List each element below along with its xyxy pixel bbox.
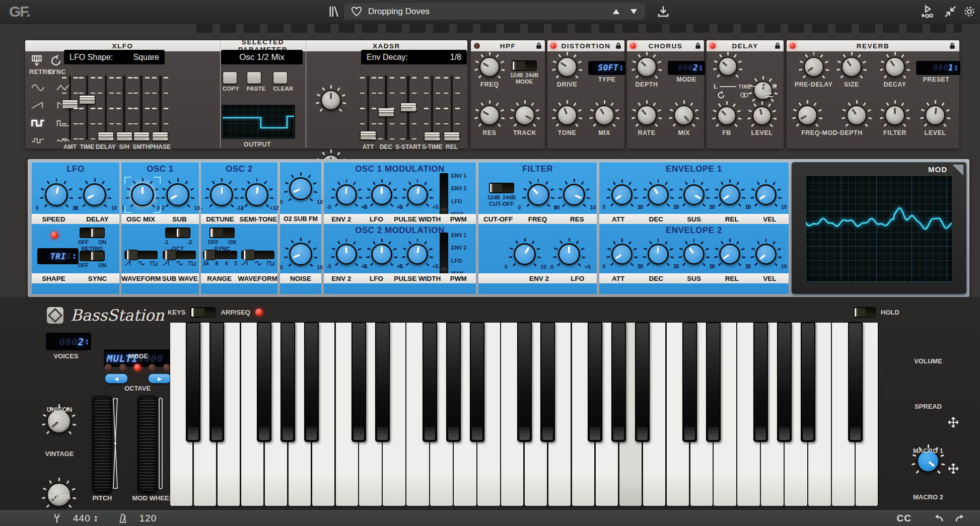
black-key-after-white-11[interactable]: [446, 322, 461, 442]
black-key-after-white-14[interactable]: [517, 322, 532, 442]
black-key-after-white-22[interactable]: [706, 322, 721, 442]
noise-knob[interactable]: 010: [287, 240, 315, 268]
resize-collapse-icon[interactable]: [944, 5, 957, 19]
reverb-lock-icon[interactable]: [949, 42, 955, 49]
filter-freq-knob[interactable]: 010: [525, 181, 552, 208]
black-key-after-white-10[interactable]: [423, 322, 437, 442]
dec-env-knob[interactable]: 010: [645, 182, 671, 208]
pulse-width-mod-knob[interactable]: -5+5: [404, 182, 431, 208]
rel-env-knob[interactable]: 010: [717, 182, 743, 208]
depth-knob[interactable]: [634, 54, 659, 80]
s/h-slider[interactable]: S/H: [116, 76, 133, 151]
rel-env-knob[interactable]: 010: [717, 241, 743, 267]
hold-switch[interactable]: [854, 307, 876, 318]
black-key-after-white-25[interactable]: [777, 322, 792, 442]
tone-knob[interactable]: [554, 103, 580, 128]
pulse-width-mod-knob[interactable]: -5+5: [404, 241, 431, 267]
lfo-mod-knob[interactable]: -5+5: [369, 241, 395, 267]
reverb-preset-lcd[interactable]: 0001▲▼: [917, 61, 960, 74]
black-key-after-white-15[interactable]: [540, 322, 555, 442]
black-key-after-white-21[interactable]: [682, 322, 697, 442]
delay-time-l-knob[interactable]: [716, 54, 740, 79]
sus-env-knob[interactable]: 010: [681, 182, 707, 208]
chorus-mode-lcd[interactable]: 0002▲▼: [668, 61, 705, 74]
chorus-lock-icon[interactable]: [695, 42, 701, 49]
predelay-knob[interactable]: [801, 54, 826, 80]
tempo-value[interactable]: 120: [139, 513, 157, 524]
s-time-slider[interactable]: S-TIME: [422, 76, 443, 151]
octave-up-button[interactable]: ▶: [148, 373, 171, 384]
dec-slider[interactable]: DEC: [378, 76, 395, 151]
delay-link-icon[interactable]: [739, 92, 749, 99]
rate-knob[interactable]: [634, 103, 659, 128]
dec-env-knob[interactable]: 010: [645, 241, 671, 267]
lfo-shape-saw-up-icon[interactable]: [27, 98, 48, 112]
pitch-wheel[interactable]: [92, 396, 112, 493]
black-key-after-white-24[interactable]: [753, 322, 768, 442]
delay-sync-icon[interactable]: [717, 91, 726, 100]
amt-slider[interactable]: AMT: [61, 76, 79, 151]
decay-knob[interactable]: [882, 54, 907, 80]
lfo-sync-button[interactable]: SYNC: [47, 54, 64, 76]
cc-mode-button[interactable]: CC: [897, 513, 912, 524]
tuning-stepper[interactable]: ▲▼: [94, 514, 98, 522]
osc2-semitone-knob[interactable]: -12+12: [243, 181, 271, 209]
amp-knob[interactable]: [318, 88, 343, 113]
delay-fb-knob[interactable]: [715, 104, 739, 128]
osc1-oct-switch[interactable]: -1-2OCT: [164, 228, 192, 252]
hpf-lock-icon[interactable]: [536, 42, 542, 49]
size-knob[interactable]: [839, 54, 864, 80]
env-2-mod-knob[interactable]: -5+5: [333, 182, 360, 208]
osc2-range-slider[interactable]: 16842: [203, 251, 237, 266]
undo-icon[interactable]: [933, 513, 945, 523]
preset-next-icon[interactable]: [629, 8, 638, 15]
delay-pingpong-icon[interactable]: [763, 92, 774, 99]
pwm-source-selector[interactable]: ENV 1ENV 2LFOMAN: [440, 173, 466, 217]
osc1-sub-knob[interactable]: 010: [164, 181, 192, 209]
osc1-subwave-slider[interactable]: [163, 251, 196, 266]
vel-env-knob[interactable]: 010: [753, 241, 779, 267]
black-key-after-white-7[interactable]: [352, 322, 366, 442]
xadsr-sliders[interactable]: ATTDECS-STARTS-TIMEREL: [360, 76, 460, 151]
delay-led[interactable]: [710, 43, 716, 49]
distortion-led[interactable]: [550, 43, 556, 49]
chorus-mix-knob[interactable]: [671, 103, 696, 128]
preset-selector[interactable]: Dropping Doves: [344, 4, 645, 20]
delay-slider[interactable]: DELAY: [96, 76, 116, 151]
att-env-knob[interactable]: 010: [609, 182, 635, 208]
reverb-moddepth-knob[interactable]: [844, 103, 869, 128]
env-2-mod-knob[interactable]: -5+5: [333, 241, 360, 267]
copy-button[interactable]: COPY: [223, 71, 239, 92]
distortion-type-lcd[interactable]: SOFT▲▼: [589, 61, 625, 74]
hpf-track-knob[interactable]: [512, 103, 537, 128]
black-key-after-white-1[interactable]: [209, 322, 224, 442]
smth-slider[interactable]: SMTH: [133, 76, 150, 151]
clear-button[interactable]: CLEAR: [273, 71, 293, 92]
lfo-shape-rand-step-icon[interactable]: [27, 133, 48, 147]
mod-wheel[interactable]: [137, 396, 158, 493]
hpf-mode-switch[interactable]: 12dB24dBMODE: [510, 60, 538, 85]
osc-mix-knob[interactable]: 12: [128, 181, 157, 209]
phase-slider[interactable]: PHASE: [150, 76, 171, 151]
time-slider[interactable]: TIME: [79, 76, 96, 151]
reverb-led[interactable]: [790, 43, 796, 49]
tuning-value[interactable]: 440: [73, 513, 91, 524]
preset-prev-icon[interactable]: [612, 8, 620, 15]
sus-env-knob[interactable]: 010: [681, 241, 707, 267]
black-key-after-white-28[interactable]: [848, 322, 863, 442]
black-key-after-white-26[interactable]: [801, 322, 815, 442]
keys-arpseq-switch[interactable]: [190, 307, 216, 318]
midi-learn-icon[interactable]: [921, 5, 934, 19]
retrig-button[interactable]: RETRIG: [29, 54, 44, 76]
lfo-retrig-switch[interactable]: OFFONRETRIG: [78, 228, 106, 252]
favorite-heart-icon[interactable]: [351, 7, 362, 17]
voices-lcd[interactable]: 0002▲▼: [46, 333, 91, 350]
save-preset-icon[interactable]: [657, 6, 669, 18]
black-key-after-white-19[interactable]: [635, 322, 650, 442]
rel-slider[interactable]: REL: [443, 76, 460, 151]
paste-button[interactable]: PASTE: [247, 71, 266, 92]
s-start-slider[interactable]: S-START: [395, 76, 421, 151]
black-key-after-white-18[interactable]: [611, 322, 626, 442]
lfo-speed-knob[interactable]: 010: [42, 181, 71, 209]
filter-cutoff-switch[interactable]: 12dB24dBCUT-OFF: [487, 183, 516, 207]
